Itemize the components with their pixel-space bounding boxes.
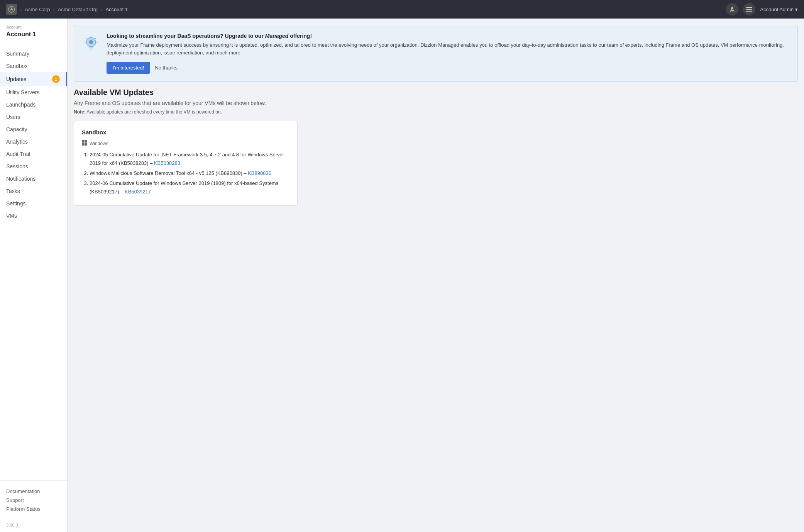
- update-link-2[interactable]: KB890830: [248, 170, 271, 176]
- sandbox-card: Sandbox Windows 2024-05 Cumulati: [74, 121, 298, 206]
- sidebar-item-label: VMs: [6, 213, 17, 219]
- sidebar-item-settings[interactable]: Settings: [0, 197, 67, 210]
- sidebar-item-audit-trail[interactable]: Audit Trail: [0, 148, 67, 160]
- svg-rect-8: [82, 140, 85, 143]
- app-logo: [6, 4, 17, 15]
- banner-content: Looking to streamline your DaaS operatio…: [107, 33, 790, 74]
- breadcrumb-account-1: Account 1: [105, 7, 128, 12]
- banner-lightbulb-icon: [82, 34, 100, 56]
- no-thanks-button[interactable]: No thanks.: [155, 65, 179, 71]
- breadcrumb-sep-3: ›: [101, 7, 102, 12]
- rocket-icon-btn[interactable]: [726, 3, 738, 15]
- sidebar-item-vms[interactable]: VMs: [0, 210, 67, 222]
- sidebar-item-utility-servers[interactable]: Utility Servers: [0, 86, 67, 98]
- sidebar-item-notifications[interactable]: Notifications: [0, 173, 67, 185]
- sidebar-item-label: Notifications: [6, 176, 36, 182]
- sidebar-item-label: Summary: [6, 51, 29, 57]
- update-item-text-1: 2024-05 Cumulative Update for .NET Frame…: [90, 152, 284, 166]
- sidebar-item-updates[interactable]: Updates 1: [0, 72, 67, 86]
- account-menu[interactable]: Account Admin ▾: [760, 7, 798, 12]
- updates-badge: 1: [52, 75, 60, 83]
- breadcrumb-acme-default-org[interactable]: Acme Default Org: [58, 7, 98, 12]
- sidebar-item-label: Sessions: [6, 163, 28, 169]
- svg-rect-4: [746, 9, 752, 10]
- breadcrumb-sep-1: ›: [20, 7, 22, 12]
- interested-button[interactable]: I'm interested!: [107, 62, 150, 74]
- sidebar-item-label: Audit Trail: [6, 151, 30, 157]
- account-label: Account Admin: [760, 7, 794, 12]
- banner-title-em: Managed: [265, 33, 289, 39]
- svg-rect-5: [746, 11, 752, 12]
- updates-title: Available VM Updates: [74, 88, 798, 97]
- sidebar-item-label: Settings: [6, 200, 26, 207]
- banner-title-after: offering!: [288, 33, 312, 39]
- breadcrumb-sep-2: ›: [53, 7, 54, 12]
- banner-title: Looking to streamline your DaaS operatio…: [107, 33, 790, 39]
- footer-link-support[interactable]: Support: [6, 496, 61, 505]
- update-link-3[interactable]: KB5039217: [125, 189, 151, 195]
- breadcrumb: › Acme Corp › Acme Default Org › Account…: [6, 4, 128, 15]
- breadcrumb-acme-corp[interactable]: Acme Corp: [25, 7, 50, 12]
- main-content: Looking to streamline your DaaS operatio…: [68, 19, 804, 532]
- sidebar-item-label: Updates: [6, 76, 26, 82]
- update-item-text-3: 2024-06 Cumulative Update for Windows Se…: [90, 180, 278, 195]
- updates-section: Available VM Updates Any Frame and OS up…: [68, 88, 804, 212]
- svg-rect-11: [85, 143, 88, 146]
- sandbox-card-title: Sandbox: [82, 129, 289, 136]
- sidebar-item-launchpads[interactable]: Launchpads: [0, 98, 67, 111]
- sidebar-account-label: Account: [0, 19, 67, 31]
- sidebar-item-capacity[interactable]: Capacity: [0, 123, 67, 136]
- sidebar-item-sandbox[interactable]: Sandbox: [0, 60, 67, 72]
- sidebar-item-users[interactable]: Users: [0, 111, 67, 123]
- sidebar-footer: Documentation Support Platform Status: [0, 480, 67, 520]
- update-item-text-2: Windows Malicious Software Removal Tool …: [90, 170, 248, 176]
- sidebar-item-tasks[interactable]: Tasks: [0, 185, 67, 197]
- sidebar-item-label: Utility Servers: [6, 89, 39, 95]
- svg-rect-3: [746, 7, 752, 8]
- footer-link-platform-status[interactable]: Platform Status: [6, 505, 61, 513]
- sidebar-account-name: Account 1: [0, 31, 67, 44]
- sidebar-item-label: Capacity: [6, 126, 27, 132]
- update-list-item: 2024-06 Cumulative Update for Windows Se…: [90, 179, 289, 196]
- upgrade-banner: Looking to streamline your DaaS operatio…: [74, 25, 798, 82]
- sidebar-item-label: Tasks: [6, 188, 20, 194]
- updates-note-text: Available updates are refreshed every ti…: [86, 109, 222, 115]
- sidebar-item-sessions[interactable]: Sessions: [0, 160, 67, 173]
- footer-link-documentation[interactable]: Documentation: [6, 487, 61, 496]
- chevron-down-icon: ▾: [795, 7, 798, 12]
- list-icon-btn[interactable]: [743, 3, 755, 15]
- sidebar-item-label: Sandbox: [6, 63, 27, 69]
- update-link-1[interactable]: KB5038283: [154, 160, 180, 166]
- windows-label: Windows: [82, 140, 289, 147]
- sidebar-version: 3.56.0: [0, 520, 67, 532]
- svg-point-7: [89, 40, 93, 44]
- sidebar-item-label: Users: [6, 114, 20, 120]
- sidebar: Account Account 1 Summary Sandbox Update…: [0, 19, 68, 532]
- banner-actions: I'm interested! No thanks.: [107, 62, 790, 74]
- topnav: › Acme Corp › Acme Default Org › Account…: [0, 0, 804, 19]
- updates-note: Note: Available updates are refreshed ev…: [74, 109, 798, 115]
- sidebar-nav: Summary Sandbox Updates 1 Utility Server…: [0, 44, 67, 480]
- update-list-item: 2024-05 Cumulative Update for .NET Frame…: [90, 151, 289, 168]
- sidebar-item-summary[interactable]: Summary: [0, 47, 67, 60]
- svg-rect-10: [82, 143, 85, 146]
- sidebar-item-label: Launchpads: [6, 102, 36, 108]
- updates-note-label: Note:: [74, 109, 86, 115]
- updates-description: Any Frame and OS updates that are availa…: [74, 100, 798, 106]
- sidebar-item-label: Analytics: [6, 139, 28, 145]
- update-list-item: Windows Malicious Software Removal Tool …: [90, 169, 289, 178]
- topnav-actions: Account Admin ▾: [726, 3, 798, 15]
- svg-point-2: [732, 9, 733, 10]
- svg-rect-9: [85, 140, 88, 143]
- banner-body: Maximize your Frame deployment success b…: [107, 41, 790, 56]
- windows-os-label: Windows: [90, 141, 108, 146]
- update-list: 2024-05 Cumulative Update for .NET Frame…: [82, 151, 289, 196]
- sidebar-item-analytics[interactable]: Analytics: [0, 136, 67, 148]
- body-layout: Account Account 1 Summary Sandbox Update…: [0, 19, 804, 532]
- windows-icon: [82, 140, 87, 147]
- svg-marker-1: [10, 7, 13, 11]
